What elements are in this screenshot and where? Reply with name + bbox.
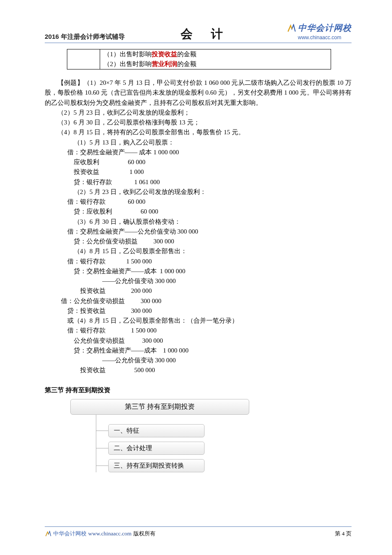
table-empty-cell — [67, 49, 100, 69]
outline-items: 一、特征 二、会计处理 三、持有至到期投资转换 — [96, 421, 249, 473]
entry4alt-l5: 投资收益 500 000 — [67, 365, 352, 375]
table-line-2-red: 营业利润 — [152, 61, 177, 67]
entry3-l2: 贷：公允价值变动损益 300 000 — [67, 237, 352, 246]
entry4-title: （4）8 月 15 日，乙公司股票全部售出： — [74, 246, 352, 256]
entry2-title: （2）5 月 23 日，收到乙公司发放的现金股利： — [74, 187, 352, 197]
table-content-cell: （1）出售时影响投资收益的金额 （2）出售时影响营业利润的金额 — [100, 49, 331, 69]
entry1-l3: 投资收益 1 000 — [67, 167, 352, 177]
outline-hconn — [96, 448, 108, 448]
entry1-l1: 借：交易性金融资产—— 成本 1 000 000 — [67, 147, 352, 157]
entry4alt-title: 或（4）8 月 15 日，乙公司股票全部售出：（合并一笔分录） — [67, 316, 352, 326]
brand-logo-icon — [287, 24, 296, 32]
outline-box-3: 三、持有至到期投资转换 — [108, 459, 205, 472]
entry3-l1: 借：交易性金融资产——公允价值变动 300 000 — [67, 227, 352, 237]
table-line-1: （1）出售时影响投资收益的金额 — [104, 49, 327, 59]
entry4-l5a: 借：公允价值变动损益 300 000 — [61, 296, 352, 306]
header-title: 会 计 — [181, 25, 231, 43]
table-line-2-pre: （2）出售时影响 — [104, 61, 152, 67]
entry4-l1: 借：银行存款 1 500 000 — [67, 257, 352, 266]
outline-item-2: 二、会计处理 — [96, 442, 249, 455]
header-brand-block: 中华会计网校 www.chinaacc.com — [287, 21, 352, 42]
table-line-2-post: 的金额 — [177, 61, 196, 67]
outline-hconn — [96, 465, 108, 466]
header-left: 2016 年注册会计师考试辅导 — [45, 32, 125, 41]
footer-brand: 中华会计网校 — [53, 529, 86, 538]
table-line-2: （2）出售时影响营业利润的金额 — [104, 59, 327, 69]
entry4alt-l4: ——公允价值变动 300 000 — [67, 356, 352, 365]
footer-url: www.chinaacc.com — [88, 529, 132, 538]
entry4-alt: 或（4）8 月 15 日，乙公司股票全部售出：（合并一笔分录） 借：银行存款 1… — [67, 316, 352, 376]
table-line-1-post: 的金额 — [177, 51, 196, 58]
outline-box-2: 二、会计处理 — [108, 442, 205, 455]
entry1-title: （1）5 月 13 日，购入乙公司股票： — [74, 138, 352, 147]
brand-row: 中华会计网校 — [287, 21, 352, 35]
entry3-title: （3）6 月 30 日，确认股票价格变动： — [74, 217, 352, 227]
page-footer: 中华会计网校 www.chinaacc.com 版权所有 第 4 页 — [45, 526, 352, 538]
entry4alt-l1: 借：银行存款 1 500 000 — [67, 326, 352, 335]
outline-title-box: 第三节 持有至到期投资 — [70, 399, 249, 415]
outline-item-3: 三、持有至到期投资转换 — [96, 459, 249, 472]
top-small-table: （1）出售时影响投资收益的金额 （2）出售时影响营业利润的金额 — [67, 49, 331, 70]
footer-copyright: 版权所有 — [133, 529, 156, 538]
footer-left: 中华会计网校 www.chinaacc.com 版权所有 — [45, 529, 156, 538]
example-label: 【例题】 — [58, 79, 84, 86]
entry4-l4: 投资收益 200 000 — [67, 286, 352, 296]
entry4-l2: 贷：交易性金融资产——成本 1 000 000 — [67, 266, 352, 276]
table-line-1-red: 投资收益 — [152, 51, 177, 58]
example-para-3: （3）6 月 30 日，乙公司股票价格涨到每股 13 元； — [45, 118, 352, 127]
footer-page-number: 第 4 页 — [335, 529, 352, 538]
outline-connector — [96, 415, 96, 421]
footer-logo-icon — [45, 531, 52, 537]
example-para-4: （4）8 月 15 日，将持有的乙公司股票全部售出，每股售价 15 元。 — [45, 127, 352, 137]
journal-entries: （1）5 月 13 日，购入乙公司股票： 借：交易性金融资产—— 成本 1 00… — [67, 138, 352, 296]
example-para-2: （2）5 月 23 日，收到乙公司发放的现金股利； — [45, 108, 352, 118]
entry1-l2: 应收股利 60 000 — [67, 157, 352, 167]
entry4-extra: 借：公允价值变动损益 300 000 贷：投资收益 300 000 — [61, 296, 352, 316]
outline-hconn — [96, 431, 108, 431]
outline-item-1: 一、特征 — [96, 424, 249, 437]
page-header: 2016 年注册会计师考试辅导 会 计 中华会计网校 www.chinaacc.… — [45, 21, 352, 43]
table-line-1-pre: （1）出售时影响 — [104, 51, 152, 58]
entry4alt-l2: 公允价值变动损益 300 000 — [67, 336, 352, 346]
entry1-l4: 贷：银行存款 1 061 000 — [67, 177, 352, 187]
entry2-l2: 贷：应收股利 60 000 — [67, 207, 352, 217]
brand-name: 中华会计网校 — [298, 21, 352, 35]
section-3-outline: 第三节 持有至到期投资 一、特征 二、会计处理 三、持有至到期投资转换 — [70, 399, 249, 473]
entry4-l5b: 贷：投资收益 300 000 — [61, 306, 352, 316]
example-para-1: 【例题】（1）20×7 年 5 月 13 日，甲公司支付价款 1 060 000… — [45, 78, 352, 108]
entry4-l3: ——公允价值变动 300 000 — [67, 276, 352, 286]
example-p1: （1）20×7 年 5 月 13 日，甲公司支付价款 1 060 000 元从二… — [45, 79, 352, 106]
entry2-l1: 借：银行存款 60 000 — [67, 197, 352, 207]
outline-box-1: 一、特征 — [108, 424, 205, 437]
page: 2016 年注册会计师考试辅导 会 计 中华会计网校 www.chinaacc.… — [0, 0, 392, 555]
entry4alt-l3: 贷：交易性金融资产——成本 1 000 000 — [67, 346, 352, 356]
section-3-heading: 第三节 持有至到期投资 — [45, 385, 352, 395]
brand-url: www.chinaacc.com — [298, 34, 341, 42]
